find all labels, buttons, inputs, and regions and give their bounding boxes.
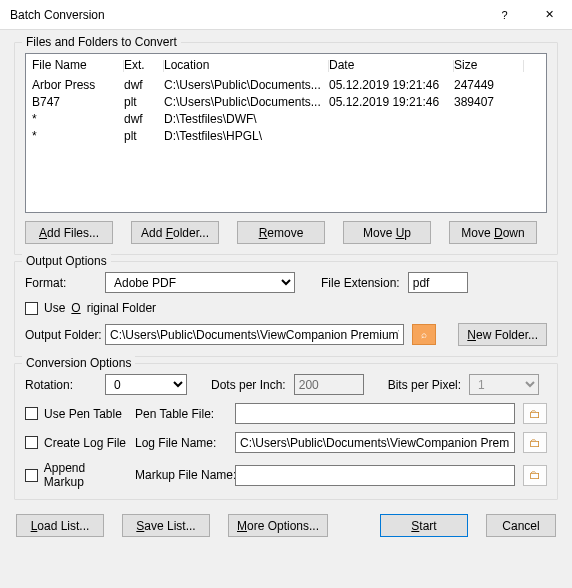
window-title: Batch Conversion bbox=[10, 8, 482, 22]
browse-pen-file-button[interactable]: 🗀 bbox=[523, 403, 547, 424]
use-pen-table-checkbox[interactable]: Use Pen Table bbox=[25, 407, 127, 421]
table-row[interactable]: B747 plt C:\Users\Public\Documents... 05… bbox=[26, 93, 546, 110]
folder-icon: 🗀 bbox=[529, 407, 541, 421]
col-size[interactable]: Size bbox=[454, 58, 524, 72]
markup-file-input[interactable] bbox=[235, 465, 515, 486]
dialog-button-row: Load List... Save List... More Options..… bbox=[14, 514, 558, 537]
files-legend: Files and Folders to Convert bbox=[22, 35, 181, 49]
checkbox-icon bbox=[25, 407, 38, 420]
rotation-select[interactable]: 0 bbox=[105, 374, 187, 395]
conversion-legend: Conversion Options bbox=[22, 356, 135, 370]
output-legend: Output Options bbox=[22, 254, 111, 268]
output-folder-input[interactable] bbox=[105, 324, 404, 345]
log-file-label: Log File Name: bbox=[135, 436, 227, 450]
help-button[interactable]: ? bbox=[482, 0, 527, 30]
pen-file-label: Pen Table File: bbox=[135, 407, 227, 421]
checkbox-icon bbox=[25, 436, 38, 449]
checkbox-icon bbox=[25, 302, 38, 315]
file-ext-input[interactable] bbox=[408, 272, 468, 293]
checkbox-icon bbox=[25, 469, 38, 482]
start-button[interactable]: Start bbox=[380, 514, 468, 537]
append-markup-checkbox[interactable]: Append Markup bbox=[25, 461, 127, 489]
output-group: Output Options Format: Adobe PDF File Ex… bbox=[14, 261, 558, 357]
close-button[interactable]: ✕ bbox=[527, 0, 572, 30]
browse-output-folder-button[interactable]: ⌕ bbox=[412, 324, 436, 345]
bpp-label: Bits per Pixel: bbox=[388, 378, 461, 392]
output-folder-label: Output Folder: bbox=[25, 328, 97, 342]
listview-header[interactable]: File Name Ext. Location Date Size bbox=[26, 54, 546, 76]
browse-markup-file-button[interactable]: 🗀 bbox=[523, 465, 547, 486]
more-options-button[interactable]: More Options... bbox=[228, 514, 328, 537]
folder-icon: 🗀 bbox=[529, 436, 541, 450]
file-ext-label: File Extension: bbox=[321, 276, 400, 290]
add-files-button[interactable]: Add Files... bbox=[25, 221, 113, 244]
use-original-folder-checkbox[interactable]: Use Original Folder bbox=[25, 301, 156, 315]
move-down-button[interactable]: Move Down bbox=[449, 221, 537, 244]
col-ext[interactable]: Ext. bbox=[124, 58, 164, 72]
remove-button[interactable]: Remove bbox=[237, 221, 325, 244]
cancel-button[interactable]: Cancel bbox=[486, 514, 556, 537]
create-log-checkbox[interactable]: Create Log File bbox=[25, 436, 127, 450]
log-file-input[interactable] bbox=[235, 432, 515, 453]
rotation-label: Rotation: bbox=[25, 378, 97, 392]
load-list-button[interactable]: Load List... bbox=[16, 514, 104, 537]
files-listview[interactable]: File Name Ext. Location Date Size Arbor … bbox=[25, 53, 547, 213]
pen-file-input[interactable] bbox=[235, 403, 515, 424]
col-location[interactable]: Location bbox=[164, 58, 329, 72]
add-folder-button[interactable]: Add Folder... bbox=[131, 221, 219, 244]
move-up-button[interactable]: Move Up bbox=[343, 221, 431, 244]
format-label: Format: bbox=[25, 276, 97, 290]
dpi-input[interactable] bbox=[294, 374, 364, 395]
table-row[interactable]: * dwf D:\Testfiles\DWF\ bbox=[26, 110, 546, 127]
format-select[interactable]: Adobe PDF bbox=[105, 272, 295, 293]
markup-file-label: Markup File Name: bbox=[135, 468, 227, 482]
browse-log-file-button[interactable]: 🗀 bbox=[523, 432, 547, 453]
table-row[interactable]: Arbor Press dwf C:\Users\Public\Document… bbox=[26, 76, 546, 93]
col-date[interactable]: Date bbox=[329, 58, 454, 72]
col-filename[interactable]: File Name bbox=[32, 58, 124, 72]
folder-icon: 🗀 bbox=[529, 468, 541, 482]
files-group: Files and Folders to Convert File Name E… bbox=[14, 42, 558, 255]
title-bar: Batch Conversion ? ✕ bbox=[0, 0, 572, 30]
new-folder-button[interactable]: New Folder... bbox=[458, 323, 547, 346]
save-list-button[interactable]: Save List... bbox=[122, 514, 210, 537]
dpi-label: Dots per Inch: bbox=[211, 378, 286, 392]
conversion-group: Conversion Options Rotation: 0 Dots per … bbox=[14, 363, 558, 500]
bpp-select[interactable]: 1 bbox=[469, 374, 539, 395]
search-icon: ⌕ bbox=[421, 329, 427, 340]
table-row[interactable]: * plt D:\Testfiles\HPGL\ bbox=[26, 127, 546, 144]
